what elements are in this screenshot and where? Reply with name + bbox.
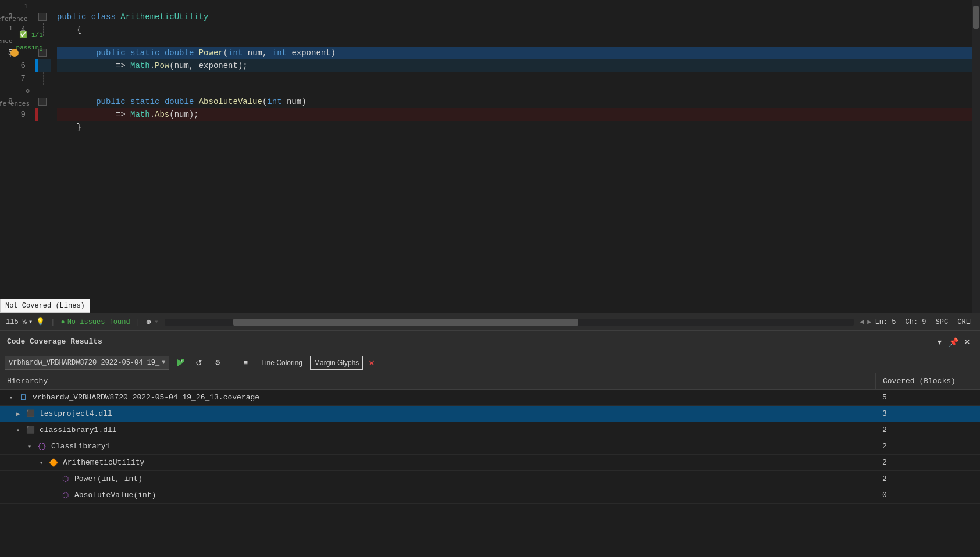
h-scrollbar-thumb[interactable]: [233, 319, 578, 326]
num-3: 3: [8, 10, 17, 23]
coverage-panel: Code Coverage Results ▾ 📌 ✕ vrbhardw_VRB…: [0, 330, 980, 557]
table-row[interactable]: ▾ {} ClassLibrary1 2: [0, 438, 980, 455]
breakpoint-glyph: ⊕: [10, 49, 19, 57]
editor-scrollbar[interactable]: [972, 0, 980, 313]
row-covered-3: 2: [875, 423, 980, 437]
panel-pin-btn[interactable]: 📌: [947, 336, 959, 348]
horizontal-scrollbar[interactable]: [165, 319, 854, 326]
encoding-indicator: SPC: [936, 318, 949, 326]
code-line-8: public static double AbsoluteValue ( int…: [57, 95, 972, 108]
editor-area: 1 reference 3 4 1 reference | ✅ 1/1 pass…: [0, 0, 980, 313]
row-hierarchy-4: ▾ {} ClassLibrary1: [0, 440, 875, 454]
method-icon-1: ⬡: [60, 474, 70, 484]
dll-icon-1: ⬛: [26, 409, 35, 419]
ref-5: 1 reference | ✅ 1/1 passing: [0, 36, 48, 47]
coverage-session-dropdown[interactable]: vrbhardw_VRBHARDW8720 2022-05-04 19_ ▼: [5, 356, 169, 370]
row-hierarchy-5: ▾ 🔶 ArithemeticUtility: [0, 456, 875, 470]
code-line-5: public static double Power ( int num, in…: [57, 47, 972, 59]
line-5-number: 1 reference | ✅ 1/1 passing ⊕ 5: [0, 36, 30, 59]
table-row[interactable]: ▶ ⬡ AbsoluteValue(int) 0: [0, 487, 980, 504]
line-3-number: 1 reference 3: [0, 0, 30, 23]
expand-4[interactable]: ▾: [26, 442, 34, 451]
svg-text:✓: ✓: [180, 359, 183, 363]
line-9-number: 9: [0, 108, 30, 121]
table-row[interactable]: ▾ ⬛ classlibrary1.dll 2: [0, 422, 980, 438]
not-covered-tooltip: Not Covered (Lines): [0, 299, 90, 313]
row-covered-5: 2: [875, 456, 980, 469]
method-icon-2: ⬡: [60, 491, 70, 500]
panel-close-btn[interactable]: ✕: [961, 336, 973, 348]
collapse-3[interactable]: −: [38, 13, 47, 21]
code-lines: public class ArithemeticUtility { public: [51, 0, 972, 313]
line-8-number: 0 references 8: [0, 85, 30, 108]
row-covered-6: 2: [875, 472, 980, 485]
status-right: Ln: 5 Ch: 9 SPC CRLF: [875, 318, 974, 326]
zoom-control[interactable]: 115 % ▾: [6, 317, 33, 326]
row-hierarchy-6: ▶ ⬡ Power(int, int): [0, 472, 875, 486]
panel-header: Code Coverage Results ▾ 📌 ✕: [0, 331, 980, 352]
status-bar: 115 % ▾ 💡 | ● No issues found | ⊛ ▾ ◀ ▶ …: [0, 313, 980, 330]
expand-5[interactable]: ▾: [37, 459, 45, 467]
namespace-icon: {}: [37, 442, 47, 451]
ref-8: 0 references: [0, 85, 34, 95]
row-covered-4: 2: [875, 440, 980, 453]
dll-icon-2: ⬛: [26, 426, 35, 435]
run-coverage-btn[interactable]: ✓: [173, 356, 188, 370]
panel-title: Code Coverage Results: [7, 337, 102, 346]
row-hierarchy-7: ▶ ⬡ AbsoluteValue(int): [0, 488, 875, 502]
row-hierarchy-1: ▾ 🗒 vrbhardw_VRBHARDW8720 2022-05-04 19_…: [0, 391, 875, 405]
code-line-3: public class ArithemeticUtility: [57, 10, 972, 23]
panel-dropdown-btn[interactable]: ▾: [933, 336, 945, 348]
col-indicator: Ch: 9: [906, 318, 926, 326]
toolbar-separator: [231, 357, 231, 369]
settings-btn[interactable]: ⚙: [210, 356, 225, 370]
line-numbers: 1 reference 3 4 1 reference | ✅ 1/1 pass…: [0, 0, 35, 313]
table-row[interactable]: ▾ 🔶 ArithemeticUtility 2: [0, 455, 980, 471]
line-10-number: 10: [0, 121, 30, 134]
line-7-number: 7: [0, 72, 30, 85]
no-issues-text: No issues found: [67, 318, 130, 326]
line-6-number: 6: [0, 59, 30, 72]
table-header: Hierarchy Covered (Blocks): [0, 373, 980, 390]
table-row[interactable]: ▾ 🗒 vrbhardw_VRBHARDW8720 2022-05-04 19_…: [0, 390, 980, 406]
refresh-btn[interactable]: ↺: [191, 356, 206, 370]
col-header-hierarchy: Hierarchy: [0, 373, 875, 389]
scrollbar-thumb[interactable]: [973, 6, 979, 29]
row-covered-7: 0: [875, 488, 980, 502]
margin-glyphs-btn[interactable]: Margin Glyphs: [310, 356, 363, 370]
run-icon[interactable]: ⊛: [146, 317, 151, 327]
code-line-7: [57, 72, 972, 85]
row-covered-2: 3: [875, 407, 980, 420]
line-coloring-btn[interactable]: Line Coloring: [257, 356, 307, 370]
editor-content: 1 reference 3 4 1 reference | ✅ 1/1 pass…: [0, 0, 980, 313]
code-line-10: }: [57, 121, 972, 134]
code-line-4: {: [57, 23, 972, 36]
row-covered-1: 5: [875, 391, 980, 404]
ref-3: 1 reference: [0, 0, 33, 10]
scroll-left[interactable]: ◀: [860, 317, 864, 326]
class-icon: 🔶: [49, 458, 58, 467]
table-row[interactable]: ▶ ⬡ Power(int, int) 2: [0, 471, 980, 487]
scroll-right[interactable]: ▶: [867, 317, 871, 326]
expand-1[interactable]: ▾: [7, 394, 15, 402]
clear-coverage-btn[interactable]: ✕: [369, 357, 375, 369]
line-coloring-icon-btn[interactable]: ≡: [237, 356, 254, 370]
collapse-8[interactable]: −: [38, 98, 47, 106]
row-hierarchy-3: ▾ ⬛ classlibrary1.dll: [0, 423, 875, 437]
dropdown-value: vrbhardw_VRBHARDW8720 2022-05-04 19_: [9, 359, 159, 367]
line-indicator: Ln: 5: [875, 318, 896, 326]
line-6-covered-bar: [35, 59, 51, 72]
expand-2[interactable]: ▶: [14, 410, 22, 418]
expand-3[interactable]: ▾: [14, 426, 22, 434]
eol-indicator: CRLF: [957, 318, 974, 326]
table-row[interactable]: ▶ ⬛ testproject4.dll 3: [0, 406, 980, 422]
code-line-6: => Math . Pow (num, exponent);: [57, 59, 972, 72]
coverage-table: Hierarchy Covered (Blocks) ▾ 🗒 vrbhardw_…: [0, 373, 980, 557]
panel-controls: ▾ 📌 ✕: [933, 336, 973, 348]
coverage-file-icon: 🗒: [19, 393, 28, 402]
num-8: 8: [8, 95, 17, 108]
no-issues-indicator: ● No issues found: [60, 318, 130, 326]
coverage-toolbar: vrbhardw_VRBHARDW8720 2022-05-04 19_ ▼ ✓…: [0, 352, 980, 373]
row-hierarchy-2: ▶ ⬛ testproject4.dll: [0, 407, 875, 421]
code-line-9: => Math . Abs (num);: [57, 108, 972, 121]
